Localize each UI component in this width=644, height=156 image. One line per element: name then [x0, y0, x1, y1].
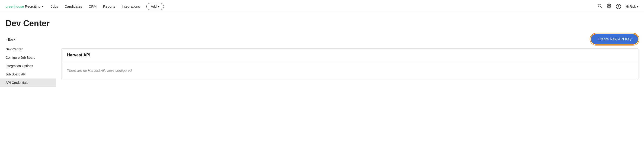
api-section: Harvest API There are no Harvest API key… [61, 48, 638, 79]
nav-right: ? Hi Rick ▾ [598, 4, 638, 9]
search-icon[interactable] [598, 4, 602, 9]
add-chevron-icon: ▾ [158, 5, 160, 8]
svg-line-1 [600, 7, 602, 8]
svg-point-0 [598, 4, 601, 7]
user-greeting-text: Hi Rick [626, 5, 636, 8]
sidebar-item-job-board-api[interactable]: Job Board API [0, 70, 56, 78]
sidebar-back-link[interactable]: ‹ Back [0, 36, 56, 43]
api-section-header: Harvest API [62, 49, 638, 62]
page-header: Dev Center [0, 13, 644, 32]
nav-integrations[interactable]: Integrations [122, 5, 140, 8]
gear-icon[interactable] [607, 4, 611, 9]
add-button-label: Add [151, 5, 156, 8]
main-layout: ‹ Back Dev Center Configure Job Board In… [0, 32, 644, 156]
content-top-bar: Create New API Key [61, 32, 638, 45]
help-icon[interactable]: ? [616, 4, 621, 9]
sidebar-item-integration-options[interactable]: Integration Options [0, 62, 56, 70]
add-button[interactable]: Add ▾ [146, 3, 164, 10]
svg-point-2 [608, 5, 610, 7]
sidebar-item-api-credentials[interactable]: API Credentials [0, 78, 56, 87]
sidebar-item-configure-job-board[interactable]: Configure Job Board [0, 53, 56, 62]
create-api-key-button[interactable]: Create New API Key [591, 34, 638, 45]
nav-jobs[interactable]: Jobs [51, 5, 58, 8]
nav-links: Jobs Candidates CRM Reports Integrations… [51, 3, 598, 10]
back-chevron-icon: ‹ [6, 38, 7, 41]
nav-reports[interactable]: Reports [103, 5, 116, 8]
top-navigation: greenhouse Recruiting ▾ Jobs Candidates … [0, 0, 644, 13]
logo[interactable]: greenhouse Recruiting ▾ [6, 5, 43, 8]
sidebar-item-dev-center[interactable]: Dev Center [0, 45, 56, 53]
page-title: Dev Center [6, 19, 638, 28]
sidebar-item-label: Configure Job Board [6, 56, 35, 59]
nav-candidates[interactable]: Candidates [64, 5, 82, 8]
sidebar-item-label: Integration Options [6, 64, 33, 68]
sidebar-item-label: Job Board API [6, 72, 26, 76]
api-section-body: There are no Harvest API keys configured [62, 62, 638, 79]
user-chevron-icon: ▾ [637, 5, 638, 8]
sidebar: ‹ Back Dev Center Configure Job Board In… [0, 32, 56, 156]
api-empty-text: There are no Harvest API keys configured [67, 68, 132, 72]
nav-crm[interactable]: CRM [88, 5, 96, 8]
back-label: Back [8, 38, 15, 41]
logo-black: Recruiting [25, 5, 40, 8]
content-area: Create New API Key Harvest API There are… [56, 32, 644, 156]
logo-green: greenhouse [6, 5, 24, 8]
sidebar-item-label: Dev Center [6, 47, 23, 51]
user-greeting[interactable]: Hi Rick ▾ [626, 5, 638, 8]
sidebar-item-label: API Credentials [6, 81, 28, 84]
logo-chevron-icon: ▾ [42, 5, 43, 8]
